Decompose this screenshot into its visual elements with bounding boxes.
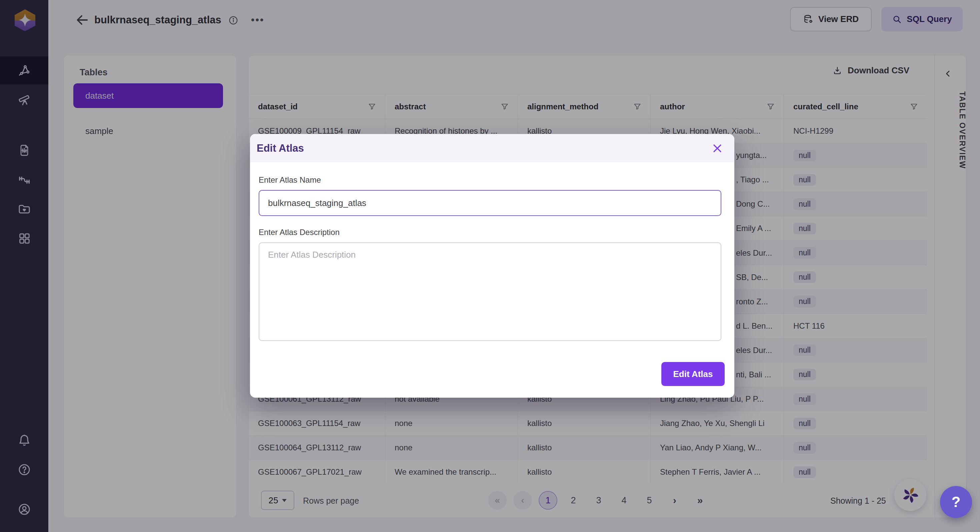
atlas-name-input[interactable] xyxy=(259,190,721,216)
edit-atlas-modal: Edit Atlas Enter Atlas Name Enter Atlas … xyxy=(250,134,734,398)
close-icon[interactable] xyxy=(712,143,723,154)
atlas-name-label: Enter Atlas Name xyxy=(259,175,321,185)
edit-atlas-submit-button[interactable]: Edit Atlas xyxy=(661,362,725,386)
atlas-description-label: Enter Atlas Description xyxy=(259,228,340,237)
modal-header: Edit Atlas xyxy=(250,134,734,162)
help-fab-button[interactable]: ? xyxy=(940,486,972,518)
help-fab-label: ? xyxy=(952,494,961,510)
atlas-description-textarea[interactable] xyxy=(259,242,721,341)
modal-title: Edit Atlas xyxy=(257,142,304,155)
